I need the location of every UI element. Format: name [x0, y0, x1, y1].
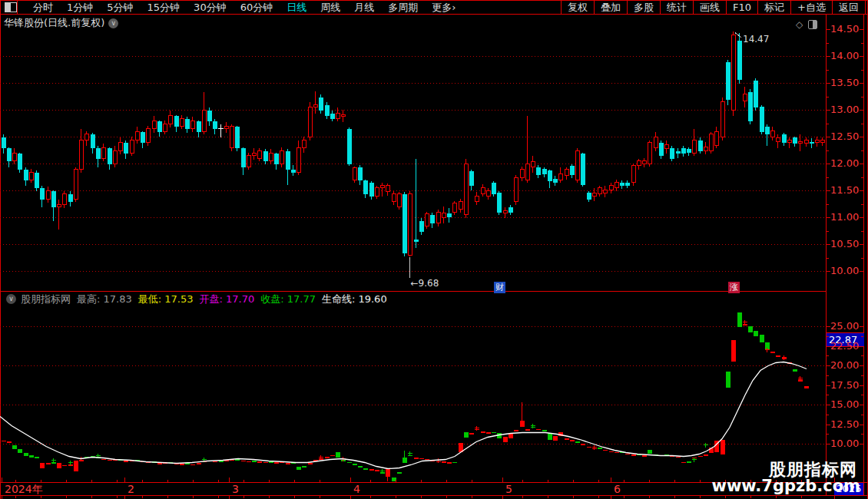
title-chevron-down-icon[interactable]: ∨	[108, 18, 118, 28]
toolbar-period-周线[interactable]: 周线	[313, 1, 347, 15]
event-marker-涨[interactable]: 涨	[728, 282, 740, 293]
indicator-candle	[18, 449, 22, 453]
candle-up	[375, 188, 379, 197]
indicator-candle	[603, 450, 608, 451]
indicator-field-生命线: 生命线: 19.60	[322, 292, 387, 306]
axis-tick	[860, 164, 863, 164]
candle-down	[581, 154, 585, 185]
toolbar-period-分时[interactable]: 分时	[26, 1, 60, 15]
indicator-candle	[425, 459, 429, 461]
axis-tick	[827, 415, 829, 415]
axis-tick	[827, 29, 830, 30]
timeline-tick-minor	[91, 480, 92, 482]
candle-up	[46, 191, 50, 200]
toolbar-period-60分钟[interactable]: 60分钟	[234, 1, 280, 15]
toolbar-action-叠加[interactable]: 叠加	[594, 1, 627, 14]
indicator-chevron-down-icon[interactable]: ∨	[6, 294, 16, 304]
toolbar-action-返回[interactable]: 返回	[832, 1, 866, 14]
toolbar-period-多周期[interactable]: 多周期	[381, 1, 425, 15]
indicator-candle	[486, 432, 491, 434]
toolbar-action-画线[interactable]: 画线	[693, 1, 726, 14]
indicator-candle	[721, 440, 725, 454]
timeline-tick-minor	[193, 480, 194, 482]
candle-down	[403, 194, 407, 253]
timeline-tick-minor	[421, 496, 422, 498]
timeline-tick-minor	[193, 496, 194, 498]
diamond-icon[interactable]: ◇	[796, 19, 803, 30]
candle-down	[748, 92, 753, 121]
candle-down	[553, 179, 558, 183]
period-toolbar: 分时1分钟5分钟15分钟30分钟60分钟日线周线月线多周期更多›	[0, 1, 462, 14]
indicator-candle	[631, 454, 636, 456]
panel-toggle-icon[interactable]	[808, 20, 817, 29]
toolbar-period-月线[interactable]: 月线	[347, 1, 381, 15]
event-marker-财[interactable]: 财	[494, 282, 505, 293]
indicator-candle	[57, 463, 61, 468]
axis-tick	[861, 150, 863, 151]
axis-tick	[861, 336, 863, 337]
timeline-tick-major	[2, 478, 2, 482]
candle-down	[447, 213, 452, 217]
toolbar-action-多股[interactable]: 多股	[627, 1, 660, 14]
timeline-tick-minor	[167, 496, 168, 498]
timeline-tick-minor	[573, 496, 574, 498]
candle-up	[704, 147, 707, 151]
indicator-candle	[770, 352, 775, 353]
timeline-tick-minor	[649, 480, 650, 482]
toolbar-action-F10[interactable]: F10	[726, 1, 757, 14]
timeline-tick-minor	[598, 480, 599, 482]
layout-split-icon[interactable]	[5, 2, 17, 12]
indicator-candle	[257, 461, 262, 463]
main-chart-canvas[interactable]: 14.47←9.68	[0, 29, 827, 291]
toolbar-action-复权[interactable]: 复权	[561, 1, 594, 14]
candle-down	[40, 188, 45, 200]
candle-up	[247, 156, 250, 167]
candle-down	[157, 121, 162, 132]
candle-up	[84, 134, 88, 140]
candle-down	[536, 167, 541, 175]
indicator-source-label: 股朋指标网	[21, 292, 71, 306]
toolbar-period-1分钟[interactable]: 1分钟	[60, 1, 100, 15]
timeline-tick-minor	[548, 496, 548, 498]
timeline-tick-minor	[66, 496, 67, 498]
candle-up	[654, 137, 658, 148]
axis-tick	[861, 375, 863, 376]
indicator-candle	[386, 469, 390, 477]
candle-up	[341, 115, 345, 117]
candle-up	[615, 183, 618, 188]
indicator-candle	[681, 462, 686, 464]
indicator-candle	[347, 462, 352, 464]
timeline-tick-minor	[396, 496, 396, 498]
candle-down	[492, 183, 496, 194]
candle-down	[509, 207, 513, 213]
indicator-candle	[469, 433, 474, 435]
axis-tick	[827, 97, 829, 97]
toolbar-action-标记[interactable]: 标记	[757, 1, 790, 14]
toolbar-period-15分钟[interactable]: 15分钟	[141, 1, 187, 15]
timeline-tick-major	[611, 496, 611, 499]
indicator-candle	[325, 457, 330, 458]
axis-tick	[827, 177, 829, 178]
timeline-tick-minor	[396, 480, 396, 482]
candle-down	[737, 41, 742, 80]
toolbar-action-统计[interactable]: 统计	[660, 1, 693, 14]
candle-up	[642, 161, 646, 164]
candle-up	[152, 121, 156, 129]
candle-down	[141, 132, 145, 143]
toolbar-period-日线[interactable]: 日线	[280, 1, 313, 15]
toolbar-period-更多›[interactable]: 更多›	[425, 1, 462, 15]
toolbar-period-5分钟[interactable]: 5分钟	[100, 1, 140, 15]
timeline-tick-minor	[700, 480, 701, 482]
indicator-candle	[336, 452, 340, 458]
toolbar-action-+自选[interactable]: +自选	[790, 1, 832, 14]
candle-down	[24, 170, 28, 180]
indicator-chart-canvas[interactable]	[0, 305, 827, 481]
axis-tick	[827, 385, 830, 386]
toolbar-period-30分钟[interactable]: 30分钟	[187, 1, 234, 15]
candle-down	[7, 148, 12, 161]
axis-tick	[860, 244, 863, 245]
axis-tick	[827, 326, 830, 327]
timeline-tick-minor	[370, 480, 371, 482]
indicator-candle	[492, 432, 496, 434]
candle-up	[481, 188, 485, 194]
